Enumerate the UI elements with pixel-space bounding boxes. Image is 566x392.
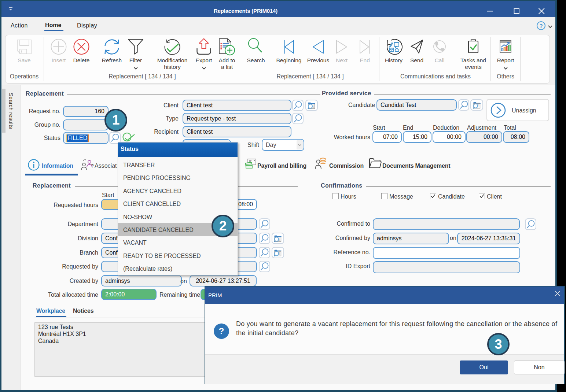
- svg-text:?: ?: [539, 23, 543, 29]
- svg-text:?: ?: [91, 163, 94, 169]
